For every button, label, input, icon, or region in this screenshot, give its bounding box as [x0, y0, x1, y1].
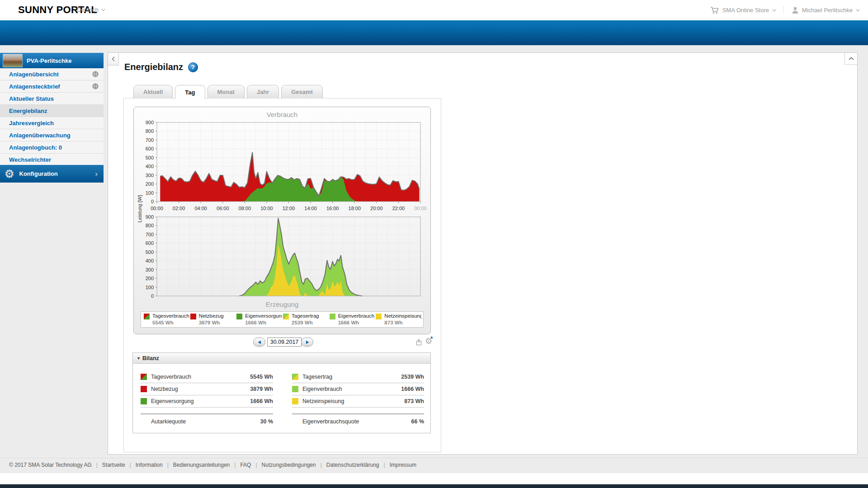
cart-icon [710, 6, 719, 14]
plant-thumbnail [3, 54, 23, 67]
page-title: Energiebilanz [124, 62, 183, 72]
tab-monat[interactable]: Monat [208, 85, 245, 99]
publish-icon[interactable] [415, 338, 423, 346]
page-title-row: Energiebilanz ? [124, 62, 198, 72]
tab-aktuell[interactable]: Aktuell [133, 85, 173, 99]
next-day-button[interactable] [301, 338, 313, 347]
plant-header[interactable]: PVA-Perlitschke [0, 53, 104, 68]
bilanz-swatch [141, 398, 147, 404]
bilanz-right-column: Tagesertrag2539 WhEigenverbrauch1666 WhN… [292, 371, 424, 428]
previous-day-button[interactable] [253, 338, 265, 347]
sidebar-item-anlagensteckbrief[interactable]: Anlagensteckbrief [0, 80, 104, 93]
erzeugung-chart-svg: 0100200300400500600700800900 [134, 215, 430, 299]
bilanz-swatch [292, 374, 298, 380]
date-navigation: ⚙▲ [124, 337, 441, 348]
chart-legend: Tagesverbrauch5545 WhNetzbezug3879 WhEig… [141, 311, 424, 328]
globe-icon [92, 83, 99, 89]
legend-item-netzbezug: Netzbezug3879 Wh [189, 313, 236, 326]
eigenverbrauchsquote-row: Eigenverbrauchsquote 66 % [292, 415, 424, 428]
bilanz-swatch [292, 386, 298, 392]
sidebar-item-anlagenlogbuch-0[interactable]: Anlagenlogbuch: 0 [0, 141, 104, 154]
blue-banner [0, 20, 868, 45]
footer: © 2017 SMA Solar Technology AG |Startsei… [9, 462, 416, 468]
sidebar-collapse-button[interactable] [108, 53, 119, 66]
sidebar-item-jahresvergleich[interactable]: Jahresvergleich [0, 117, 104, 129]
arrow-right-icon [306, 340, 309, 344]
tab-tag[interactable]: Tag [175, 85, 205, 99]
svg-text:14:00: 14:00 [304, 206, 317, 211]
settings-arrow: ▲ [429, 335, 434, 339]
svg-text:04:00: 04:00 [194, 206, 207, 211]
sidebar-item-label: Aktueller Status [9, 95, 54, 102]
energy-chart-panel: Verbrauch 010020030040050060070080090000… [133, 107, 431, 334]
legend-value: 873 Wh [384, 319, 421, 326]
chevron-down-icon [101, 9, 105, 11]
legend-item-eigenversorgung: Eigenversorgung1666 Wh [236, 313, 282, 326]
legend-label: Tagesverbrauch [152, 313, 189, 319]
svg-text:700: 700 [146, 232, 154, 237]
svg-text:900: 900 [146, 215, 154, 220]
bilanz-left-rows: Tagesverbrauch5545 WhNetzbezug3879 WhEig… [141, 371, 273, 408]
svg-text:00:00: 00:00 [414, 206, 427, 211]
bilanz-row-eigenverbrauch: Eigenverbrauch1666 Wh [292, 383, 424, 395]
svg-text:500: 500 [146, 249, 154, 255]
sidebar-item-anlagenübersicht[interactable]: Anlagenübersicht [0, 68, 104, 80]
svg-text:100: 100 [146, 190, 154, 196]
legend-swatch [144, 314, 150, 319]
bilanz-divider [292, 413, 424, 414]
footer-link-startseite[interactable]: Startseite [102, 462, 125, 468]
eigenverbrauchsquote-value: 66 % [411, 418, 425, 425]
arrow-left-icon [258, 340, 261, 344]
svg-text:08:00: 08:00 [239, 206, 251, 211]
footer-separator: | [384, 462, 385, 468]
legend-swatch [190, 314, 196, 319]
bilanz-swatch [141, 386, 147, 392]
chevron-up-icon [849, 57, 854, 60]
collapse-caret-icon: ▾ [137, 356, 140, 361]
user-icon [792, 6, 799, 14]
footer-link-information[interactable]: Information [136, 462, 163, 468]
footer-link-impressum[interactable]: Impressum [390, 462, 416, 468]
legend-value: 5545 Wh [152, 319, 189, 326]
footer-link-faq[interactable]: FAQ [240, 462, 251, 468]
legend-item-eigenverbrauch: Eigenverbrauch1666 Wh [329, 313, 375, 326]
scroll-top-button[interactable] [844, 53, 857, 65]
tab-gesamt[interactable]: Gesamt [281, 85, 323, 99]
sidebar-item-energiebilanz[interactable]: Energiebilanz [0, 105, 104, 117]
footer-separator: | [255, 462, 257, 468]
date-input[interactable] [267, 338, 302, 347]
legend-label: Eigenversorgung [245, 313, 282, 319]
legend-item-tagesertrag: Tagesertrag2539 Wh [282, 313, 329, 326]
chevron-down-icon [772, 9, 776, 12]
store-menu[interactable]: SMA Online Store [710, 6, 776, 14]
language-selector[interactable]: Deutsch [77, 6, 105, 13]
sidebar-item-wechselrichter[interactable]: Wechselrichter [0, 154, 104, 166]
sidebar-item-konfiguration[interactable]: ⚙ Konfiguration › [0, 165, 104, 183]
footer-link-bedienungsanleitungen[interactable]: Bedienungsanleitungen [173, 462, 230, 468]
help-icon[interactable]: ? [188, 62, 198, 72]
tab-jahr[interactable]: Jahr [247, 85, 279, 99]
sidebar-item-aktueller-status[interactable]: Aktueller Status [0, 93, 104, 105]
user-menu[interactable]: Michael Perlitschke [792, 6, 860, 14]
settings-icon[interactable]: ⚙▲ [425, 337, 432, 345]
chart-title-erzeugung: Erzeugung [134, 300, 430, 308]
bilanz-row-label: Eigenverbrauch [302, 386, 342, 392]
footer-link-nutzungsbedingungen[interactable]: Nutzungsbedingungen [262, 462, 316, 468]
bilanz-header[interactable]: ▾ Bilanz [133, 353, 430, 364]
bilanz-row-netzbezug: Netzbezug3879 Wh [141, 383, 273, 395]
header-divider [783, 7, 784, 14]
store-label: SMA Online Store [722, 7, 769, 14]
svg-text:200: 200 [146, 181, 154, 187]
sidebar-item-label: Anlagenlogbuch: 0 [9, 144, 62, 151]
legend-value: 3879 Wh [199, 319, 224, 326]
verbrauch-chart-svg: 010020030040050060070080090000:0002:0004… [134, 121, 430, 214]
legend-swatch [236, 314, 242, 319]
copyright-text: © 2017 SMA Solar Technology AG [9, 462, 92, 468]
chevron-down-icon [856, 9, 860, 12]
bilanz-swatch [292, 398, 298, 404]
svg-text:200: 200 [146, 276, 154, 281]
bilanz-title: Bilanz [142, 355, 159, 361]
sidebar-item-anlagenüberwachung[interactable]: Anlagenüberwachung [0, 129, 104, 141]
svg-text:18:00: 18:00 [349, 206, 361, 211]
footer-link-datenschutzerklärung[interactable]: Datenschutzerklärung [326, 462, 379, 468]
